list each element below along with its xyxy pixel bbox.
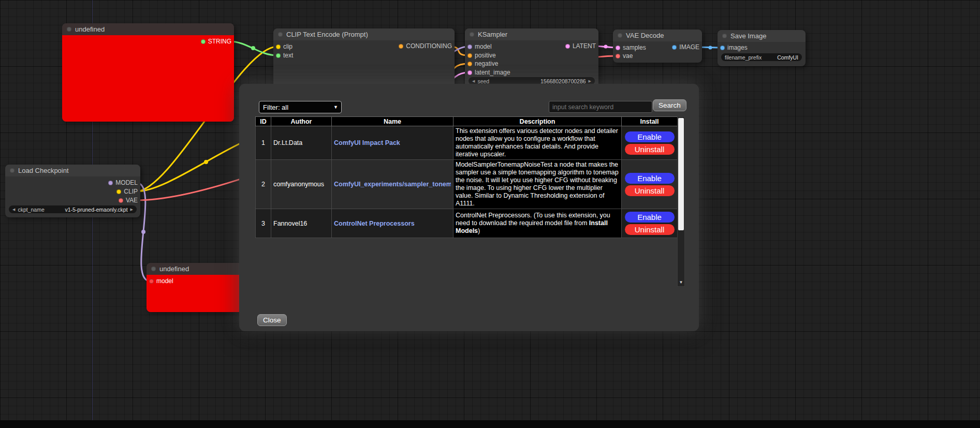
filename-prefix-widget[interactable]: filename_prefix ComfyUI	[721, 53, 802, 61]
collapse-dot-icon[interactable]	[67, 27, 71, 32]
node-title: undefined	[159, 265, 189, 273]
output-slot-model[interactable]: MODEL	[108, 179, 138, 186]
node-load-checkpoint[interactable]: Load Checkpoint MODEL CLIP VAE ◀ ckpt_na…	[5, 165, 140, 217]
wire-midpoint-dot	[251, 46, 255, 50]
next-arrow-icon[interactable]: ▶	[130, 208, 133, 211]
close-button[interactable]: Close	[257, 314, 287, 326]
extension-description: ControlNet Preprocessors. (To use this e…	[454, 209, 622, 238]
extensions-table: ID Author Name Description Install 1 Dr.…	[255, 116, 678, 238]
extension-link[interactable]: ComfyUI_experiments/sampler_tonemap	[334, 181, 451, 188]
output-slot-image[interactable]: IMAGE	[672, 43, 699, 51]
extension-link[interactable]: ControlNet Preprocessors	[334, 220, 451, 227]
vae-input-dot[interactable]	[616, 54, 620, 58]
install-cell: Enable Uninstall	[622, 160, 678, 209]
clip-input-dot[interactable]	[276, 45, 281, 49]
input-slot-clip[interactable]: clip	[276, 43, 292, 50]
input-slot-images[interactable]: images	[720, 44, 748, 51]
node-title: Load Checkpoint	[18, 167, 69, 174]
input-slot-latent-image[interactable]: latent_image	[467, 69, 510, 76]
node-title-bar[interactable]: VAE Decode	[613, 29, 702, 41]
node-vae-decode[interactable]: VAE Decode samples vae IMAGE	[613, 29, 702, 63]
latent-image-input-dot[interactable]	[467, 70, 472, 75]
uninstall-button[interactable]: Uninstall	[625, 185, 675, 196]
increment-arrow-icon[interactable]: ▶	[589, 79, 591, 83]
node-title: undefined	[75, 25, 105, 33]
extension-id: 2	[256, 160, 271, 209]
input-slot-samples[interactable]: samples	[616, 44, 646, 51]
col-header-id: ID	[256, 117, 271, 126]
text-input-dot[interactable]	[276, 53, 281, 58]
install-cell: Enable Uninstall	[622, 126, 678, 160]
vae-output-dot[interactable]	[119, 198, 123, 203]
model-output-dot[interactable]	[108, 181, 113, 185]
previous-arrow-icon[interactable]: ◀	[12, 208, 15, 211]
image-output-dot[interactable]	[672, 45, 677, 50]
input-slot-text[interactable]: text	[276, 52, 293, 59]
decrement-arrow-icon[interactable]: ◀	[472, 79, 475, 83]
extension-author: Fannovel16	[271, 209, 332, 238]
extension-row: 2 comfyanonymous ComfyUI_experiments/sam…	[256, 160, 678, 209]
collapse-dot-icon[interactable]	[722, 34, 727, 38]
images-input-dot[interactable]	[720, 46, 725, 50]
latent-output-dot[interactable]	[565, 44, 570, 49]
conditioning-output-dot[interactable]	[399, 44, 403, 49]
col-header-author: Author	[271, 117, 332, 126]
ckpt-name-widget[interactable]: ◀ ckpt_name v1-5-pruned-emaonly.ckpt ▶	[9, 205, 137, 213]
collapse-dot-icon[interactable]	[618, 33, 622, 38]
extension-row: 3 Fannovel16 ControlNet Preprocessors Co…	[256, 209, 678, 238]
output-slot-vae[interactable]: VAE	[119, 197, 138, 204]
extension-author: Dr.Lt.Data	[271, 126, 332, 160]
model-input-dot[interactable]	[149, 279, 154, 284]
uninstall-button[interactable]: Uninstall	[625, 224, 675, 235]
node-title-bar[interactable]: Save Image	[718, 30, 806, 42]
string-output-dot[interactable]	[201, 39, 206, 44]
extension-author: comfyanonymous	[271, 160, 332, 209]
extension-description: ModelSamplerTonemapNoiseTest a node that…	[454, 160, 622, 209]
output-slot-clip[interactable]: CLIP	[116, 188, 138, 195]
table-scrollbar[interactable]: ▼	[677, 116, 685, 287]
node-title-bar[interactable]: undefined	[62, 23, 234, 35]
extension-link[interactable]: ComfyUI Impact Pack	[334, 139, 451, 146]
enable-button[interactable]: Enable	[625, 212, 675, 223]
table-header-row: ID Author Name Description Install	[256, 117, 678, 126]
input-slot-model[interactable]: model	[467, 43, 492, 50]
extension-description: This extension offers various detector n…	[454, 126, 622, 160]
collapse-dot-icon[interactable]	[10, 168, 14, 173]
input-slot-positive[interactable]: positive	[467, 52, 496, 59]
node-undefined-top[interactable]: undefined STRING	[62, 23, 234, 122]
collapse-dot-icon[interactable]	[470, 32, 474, 37]
node-title-bar[interactable]: KSampler	[465, 28, 598, 40]
search-button[interactable]: Search	[653, 99, 686, 111]
samples-input-dot[interactable]	[616, 46, 620, 50]
clip-output-dot[interactable]	[116, 189, 121, 194]
enable-button[interactable]: Enable	[625, 173, 675, 184]
collapse-dot-icon[interactable]	[278, 32, 283, 37]
positive-input-dot[interactable]	[467, 53, 472, 58]
node-graph-canvas[interactable]: undefined STRING CLIP Text Encode (Promp…	[0, 0, 980, 428]
error-node-body	[62, 35, 234, 122]
scroll-down-arrow-icon[interactable]: ▼	[678, 279, 684, 286]
collapse-dot-icon[interactable]	[151, 267, 156, 271]
output-slot-latent[interactable]: LATENT	[565, 42, 596, 50]
node-title: VAE Decode	[626, 32, 664, 39]
input-slot-vae[interactable]: vae	[616, 52, 633, 60]
enable-button[interactable]: Enable	[625, 131, 675, 142]
scrollbar-thumb[interactable]	[678, 118, 684, 230]
col-header-description: Description	[454, 117, 622, 126]
wire-midpoint-dot	[204, 160, 208, 164]
wire-midpoint-dot	[604, 45, 608, 49]
negative-input-dot[interactable]	[467, 62, 472, 66]
model-input-dot[interactable]	[467, 45, 472, 49]
filter-dropdown[interactable]: Filter: all	[259, 101, 342, 113]
search-input[interactable]	[549, 101, 652, 113]
custom-nodes-manager-dialog: Filter: all ▼ Search ID Author Name Desc…	[239, 84, 699, 331]
output-slot-conditioning[interactable]: CONDITIONING	[399, 42, 452, 50]
uninstall-button[interactable]: Uninstall	[625, 144, 675, 155]
node-title-bar[interactable]: CLIP Text Encode (Prompt)	[273, 28, 455, 40]
node-title-bar[interactable]: Load Checkpoint	[5, 165, 140, 176]
node-save-image[interactable]: Save Image images filename_prefix ComfyU…	[718, 30, 806, 66]
wire-midpoint-dot	[141, 230, 145, 234]
input-slot-model[interactable]: model	[149, 277, 173, 285]
input-slot-negative[interactable]: negative	[467, 60, 498, 67]
output-slot-string[interactable]: STRING	[201, 38, 231, 45]
